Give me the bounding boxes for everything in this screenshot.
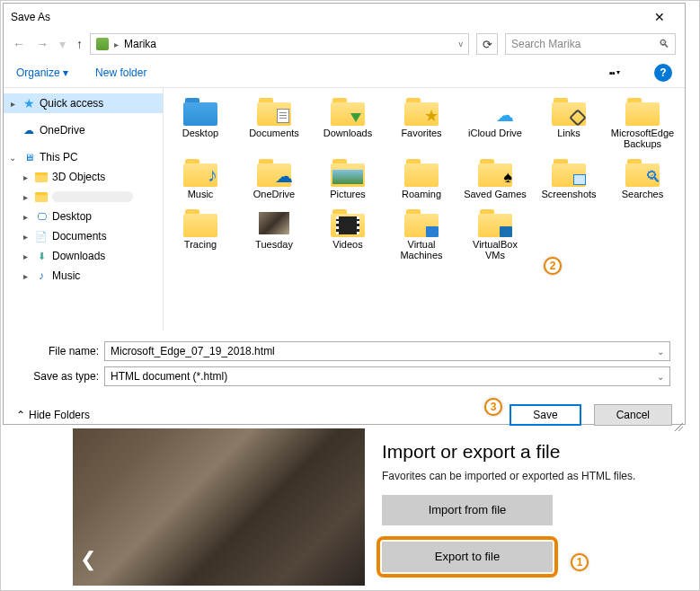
folder-view[interactable]: DesktopDocumentsDownloads★Favorites☁iClo…: [164, 88, 685, 331]
folder-item[interactable]: 🔍︎Searches: [607, 154, 678, 201]
save-as-type-select[interactable]: HTML document (*.html) ⌄: [104, 366, 670, 386]
tree-label: This PC: [40, 151, 78, 163]
dialog-navbar: ← → ▾ ↑ ▸ Marika v ⟳ Search Marika 🔍︎: [4, 31, 685, 57]
folder-item[interactable]: Virtual Machines: [386, 205, 456, 262]
folder-item[interactable]: Documents: [239, 93, 309, 151]
close-button[interactable]: ✕: [642, 4, 678, 30]
hide-folders-toggle[interactable]: ⌃ Hide Folders: [16, 409, 90, 421]
tree-label: 3D Objects: [52, 171, 105, 183]
prev-arrow[interactable]: ❮: [80, 547, 96, 572]
search-placeholder: Search Marika: [511, 38, 653, 50]
folder-item[interactable]: VirtualBox VMs: [460, 205, 530, 262]
file-name-input[interactable]: Microsoft_Edge_07_19_2018.html ⌄: [104, 341, 670, 361]
file-name-value: Microsoft_Edge_07_19_2018.html: [111, 345, 275, 357]
tree-label: Music: [52, 269, 80, 282]
view-options-button[interactable]: ▪▪▾: [602, 63, 627, 83]
folder-label: Tuesday: [255, 239, 293, 250]
cloud-icon: ☁: [22, 123, 36, 137]
user-folder-icon: [96, 38, 109, 50]
folder-item[interactable]: Screenshots: [534, 154, 604, 201]
folder-item[interactable]: Desktop: [165, 93, 235, 151]
organize-menu[interactable]: Organize ▾: [16, 66, 68, 79]
file-fields: File name: Microsoft_Edge_07_19_2018.htm…: [4, 331, 685, 397]
tree-label: Desktop: [52, 210, 92, 223]
dialog-titlebar: Save As ✕: [4, 4, 685, 31]
folder-label: Pictures: [330, 189, 366, 199]
tree-this-pc[interactable]: ⌄ 🖥 This PC: [4, 147, 163, 167]
redacted-label: [52, 191, 133, 202]
folder-label: OneDrive: [253, 189, 295, 199]
callout-badge-1: 1: [571, 553, 589, 571]
save-as-type-value: HTML document (*.html): [111, 370, 227, 383]
new-folder-button[interactable]: New folder: [95, 66, 146, 79]
chevron-up-icon: ⌃: [16, 409, 25, 421]
folder-item[interactable]: ☁iCloud Drive: [460, 93, 530, 151]
tree-onedrive[interactable]: ☁ OneDrive: [4, 120, 163, 140]
tree-downloads[interactable]: ▸ ⬇ Downloads: [4, 246, 163, 266]
back-button[interactable]: ←: [13, 37, 25, 51]
callout-badge-3: 3: [484, 398, 502, 416]
export-to-file-button[interactable]: Export to file: [382, 542, 553, 572]
tree-label: Documents: [52, 230, 107, 243]
folder-icon: [35, 192, 48, 202]
callout-badge-2: 2: [544, 257, 562, 275]
desktop-icon: 🖵: [34, 209, 49, 224]
search-box[interactable]: Search Marika 🔍︎: [505, 33, 676, 55]
folder-item[interactable]: Links: [534, 93, 604, 151]
nav-tree: ▸ ★ Quick access ☁ OneDrive ⌄ 🖥 This PC …: [4, 88, 164, 331]
tree-redacted[interactable]: ▸: [4, 187, 163, 207]
cancel-button[interactable]: Cancel: [594, 404, 672, 426]
folder-item[interactable]: Pictures: [313, 154, 383, 201]
address-breadcrumb[interactable]: ▸ Marika v: [90, 33, 469, 55]
chevron-down-icon[interactable]: ⌄: [657, 372, 664, 382]
chevron-down-icon[interactable]: ⌄: [657, 347, 664, 357]
download-icon: ⬇: [34, 249, 49, 263]
tree-label: OneDrive: [40, 124, 85, 137]
folder-item[interactable]: Roaming: [386, 154, 456, 201]
help-button[interactable]: ?: [654, 64, 672, 82]
dialog-toolbar: Organize ▾ New folder ▪▪▾ ?: [4, 57, 685, 88]
breadcrumb-user[interactable]: Marika: [124, 38, 156, 50]
folder-item[interactable]: ★Favorites: [386, 93, 456, 151]
chevron-right-icon[interactable]: ▸: [7, 99, 18, 109]
folder-label: VirtualBox VMs: [462, 239, 528, 260]
folder-label: Tracing: [184, 239, 217, 250]
folder-label: Downloads: [323, 128, 372, 138]
panel-heading: Import or export a file: [382, 441, 678, 463]
hide-folders-label: Hide Folders: [29, 409, 90, 421]
folder-item[interactable]: Tracing: [165, 205, 235, 262]
folder-item[interactable]: ☁OneDrive: [239, 154, 309, 201]
pc-icon: 🖥: [22, 150, 36, 164]
folder-item[interactable]: Tuesday: [239, 205, 309, 262]
folder-label: Virtual Machines: [388, 239, 455, 260]
star-icon: ★: [22, 96, 36, 110]
folder-item[interactable]: MicrosoftEdgeBackups: [607, 93, 678, 151]
tree-music[interactable]: ▸ ♪ Music: [4, 266, 163, 286]
up-button[interactable]: ↑: [76, 37, 83, 51]
import-from-file-button[interactable]: Import from file: [382, 495, 553, 525]
folder-item[interactable]: ♪Music: [165, 154, 235, 201]
document-icon: 📄: [34, 229, 49, 243]
tree-label: Downloads: [52, 250, 105, 262]
folder-label: Documents: [249, 128, 299, 138]
tree-desktop[interactable]: ▸ 🖵 Desktop: [4, 207, 163, 226]
recent-dropdown[interactable]: ▾: [59, 37, 66, 51]
folder-item[interactable]: Downloads: [313, 93, 383, 151]
save-button[interactable]: Save: [509, 404, 580, 426]
tree-documents[interactable]: ▸ 📄 Documents: [4, 226, 163, 246]
resize-grip[interactable]: [672, 420, 683, 431]
folder-item[interactable]: Videos: [313, 205, 383, 262]
search-icon[interactable]: 🔍︎: [659, 38, 669, 50]
breadcrumb-dropdown[interactable]: v: [459, 40, 464, 49]
save-as-dialog: Save As ✕ ← → ▾ ↑ ▸ Marika v ⟳ Search Ma…: [3, 3, 686, 425]
folder-label: Saved Games: [464, 189, 527, 199]
folder-icon: [35, 172, 48, 182]
folder-item[interactable]: ♠Saved Games: [460, 154, 530, 201]
refresh-button[interactable]: ⟳: [476, 33, 498, 55]
tree-3d-objects[interactable]: ▸ 3D Objects: [4, 167, 163, 187]
tree-label: Quick access: [40, 97, 103, 110]
music-icon: ♪: [34, 269, 49, 283]
chevron-down-icon[interactable]: ⌄: [7, 153, 18, 163]
nav-arrows: ← → ▾ ↑: [13, 37, 83, 51]
tree-quick-access[interactable]: ▸ ★ Quick access: [4, 93, 163, 113]
